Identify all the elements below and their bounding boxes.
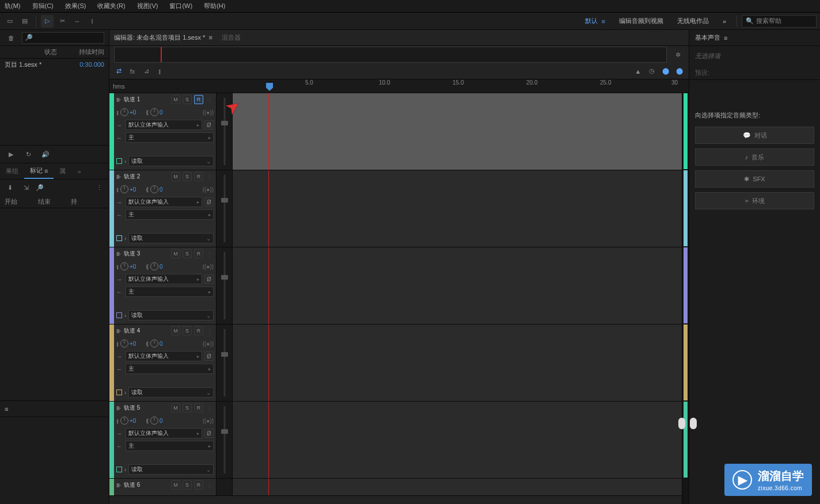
- track-fader[interactable]: [217, 479, 233, 495]
- waveform-view-button[interactable]: ▭: [3, 15, 16, 28]
- monitor-button[interactable]: ((●)): [203, 341, 214, 347]
- editor-tab[interactable]: 编辑器: 未命名混音项目 1.sesx * ≡: [114, 33, 212, 42]
- mute-button[interactable]: M: [171, 95, 180, 104]
- pan-knob[interactable]: [150, 185, 158, 193]
- pan-knob[interactable]: [150, 262, 158, 270]
- workspace-tab-default[interactable]: 默认 ≡: [579, 13, 611, 30]
- playhead-handle[interactable]: [266, 83, 273, 91]
- file-row[interactable]: 页目 1.sesx * 0:30.000: [0, 59, 109, 70]
- menu-item[interactable]: 帮助(H): [202, 1, 227, 12]
- menu-item[interactable]: 收藏夹(R): [95, 1, 127, 12]
- phase-button[interactable]: Ø: [204, 274, 214, 284]
- pan-knob[interactable]: [150, 108, 158, 116]
- volume-icon[interactable]: 🔊: [39, 148, 52, 161]
- record-arm-button[interactable]: R: [194, 326, 203, 335]
- solo-button[interactable]: S: [183, 249, 192, 258]
- track-handle-icon[interactable]: ⊪: [116, 174, 122, 180]
- track-lane[interactable]: [233, 93, 682, 170]
- delete-icon[interactable]: 🗑: [5, 32, 17, 44]
- input-select[interactable]: 默认立体声输入: [126, 274, 202, 284]
- phase-button[interactable]: Ø: [204, 352, 214, 361]
- monitor-button[interactable]: ((●)): [203, 186, 214, 193]
- workspace-tab-video[interactable]: 编辑音频到视频: [613, 13, 669, 30]
- track-lane[interactable]: [233, 170, 682, 247]
- pan-knob[interactable]: [150, 417, 158, 425]
- workspace-tab-radio[interactable]: 无线电作品: [671, 13, 715, 30]
- ambience-button[interactable]: ≈环境: [695, 192, 814, 209]
- ripple-button[interactable]: ⬤: [660, 66, 671, 77]
- menu-item[interactable]: 窗口(W): [167, 1, 195, 12]
- solo-button[interactable]: S: [183, 403, 192, 413]
- music-button[interactable]: ♪音乐: [695, 148, 814, 166]
- fx-button[interactable]: fx: [127, 66, 138, 77]
- monitor-button[interactable]: ((●)): [203, 109, 214, 116]
- dialogue-button[interactable]: 💬对话: [695, 127, 814, 144]
- mute-button[interactable]: M: [171, 403, 180, 413]
- monitor-button[interactable]: ((●)): [203, 264, 214, 270]
- automation-mode-select[interactable]: 读取: [128, 233, 214, 243]
- ruler-unit-label[interactable]: hms: [113, 83, 125, 90]
- menu-item[interactable]: 剪辑(C): [30, 1, 56, 12]
- mute-button[interactable]: M: [171, 480, 180, 490]
- track-name[interactable]: 轨道 3: [124, 250, 169, 258]
- overview-navigator[interactable]: [114, 47, 667, 63]
- phase-button[interactable]: Ø: [204, 120, 214, 129]
- input-select[interactable]: 默认立体声输入: [126, 120, 202, 130]
- automation-mode-select[interactable]: 读取: [128, 387, 214, 398]
- mixer-tab[interactable]: 混音器: [222, 33, 241, 42]
- monitor-button[interactable]: ((●)): [203, 418, 214, 424]
- metronome-button[interactable]: ▲: [632, 66, 644, 77]
- solo-button[interactable]: S: [183, 95, 192, 104]
- time-select-tool-button[interactable]: I: [86, 15, 98, 28]
- output-select[interactable]: 主: [126, 287, 214, 297]
- track-handle-icon[interactable]: ⊪: [116, 405, 122, 411]
- panel-menu-icon[interactable]: ≡: [5, 406, 8, 413]
- input-select[interactable]: 默认立体声输入: [126, 428, 202, 438]
- track-fader[interactable]: [217, 324, 233, 401]
- clock-button[interactable]: ◷: [646, 66, 658, 77]
- tab-markers[interactable]: 标记 ≡: [24, 163, 54, 179]
- volume-knob[interactable]: [120, 417, 128, 425]
- zoom-settings-icon[interactable]: ✲: [671, 48, 684, 61]
- output-select[interactable]: 主: [126, 441, 214, 451]
- automation-mode-select[interactable]: 读取: [128, 156, 214, 166]
- phase-button[interactable]: Ø: [204, 197, 214, 207]
- menu-item[interactable]: 效果(S): [63, 1, 89, 12]
- track-name[interactable]: 轨道 1: [124, 96, 169, 104]
- track-handle-icon[interactable]: ⊪: [116, 482, 122, 488]
- track-name[interactable]: 轨道 5: [124, 404, 169, 412]
- track-handle-icon[interactable]: ⊪: [116, 97, 122, 103]
- filter-button[interactable]: ⋮: [93, 181, 105, 194]
- razor-tool-button[interactable]: ✂: [56, 15, 69, 28]
- track-name[interactable]: 轨道 6: [124, 481, 169, 489]
- menu-item[interactable]: 视图(V): [135, 1, 161, 12]
- track-handle-icon[interactable]: ⊪: [116, 328, 122, 334]
- add-marker-button[interactable]: ⬇: [3, 181, 16, 194]
- snap-button[interactable]: ⇄: [113, 66, 124, 77]
- volume-knob[interactable]: [120, 185, 128, 193]
- play-button[interactable]: ▶: [5, 148, 17, 161]
- track-name[interactable]: 轨道 4: [124, 327, 169, 335]
- menu-item[interactable]: 轨(M): [2, 1, 23, 12]
- automation-mode-select[interactable]: 读取: [128, 310, 214, 320]
- track-fader[interactable]: [217, 402, 233, 478]
- track-fader[interactable]: [217, 93, 233, 170]
- record-arm-button[interactable]: R: [194, 172, 203, 181]
- phase-button[interactable]: Ø: [204, 429, 214, 438]
- send-button[interactable]: ⊿: [141, 66, 152, 77]
- solo-button[interactable]: S: [183, 172, 192, 181]
- move-tool-button[interactable]: ▷: [41, 15, 54, 28]
- automation-mode-select[interactable]: 读取: [128, 464, 214, 475]
- input-select[interactable]: 默认立体声输入: [126, 351, 202, 361]
- tab-more[interactable]: »: [71, 163, 86, 179]
- track-lane[interactable]: [233, 247, 682, 324]
- tab-properties[interactable]: 属: [54, 163, 71, 179]
- track-handle-icon[interactable]: ⊪: [116, 251, 122, 257]
- volume-knob[interactable]: [120, 339, 128, 348]
- tab-effects-group[interactable]: 果组: [0, 163, 24, 179]
- output-select[interactable]: 主: [126, 209, 214, 220]
- eq-button[interactable]: ⫿: [154, 66, 166, 77]
- track-fader[interactable]: [217, 247, 233, 324]
- track-lane[interactable]: [233, 479, 682, 495]
- help-search-input[interactable]: 🔍搜索帮助: [742, 15, 817, 28]
